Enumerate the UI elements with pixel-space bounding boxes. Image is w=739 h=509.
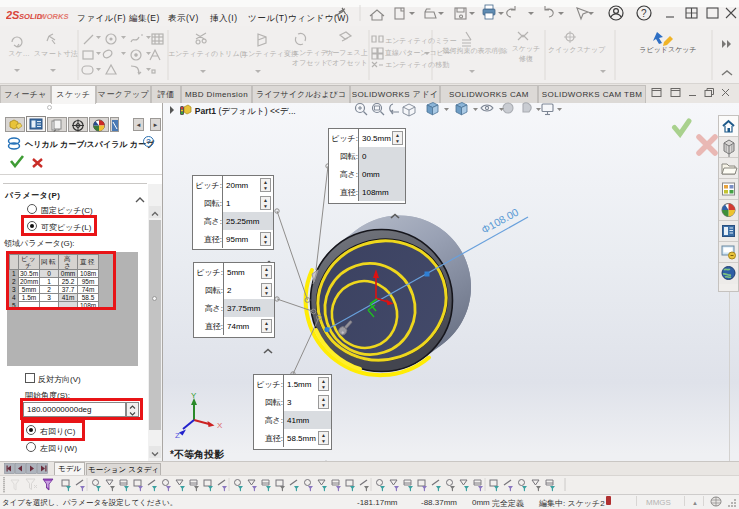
svg-text:Φ108.00: Φ108.00 bbox=[479, 206, 520, 236]
svg-text:X: X bbox=[217, 421, 223, 430]
svg-text:Z: Z bbox=[175, 431, 180, 440]
svg-text:?: ? bbox=[641, 8, 647, 19]
svg-text:WORKS: WORKS bbox=[40, 12, 69, 21]
svg-text:2S: 2S bbox=[6, 9, 20, 21]
